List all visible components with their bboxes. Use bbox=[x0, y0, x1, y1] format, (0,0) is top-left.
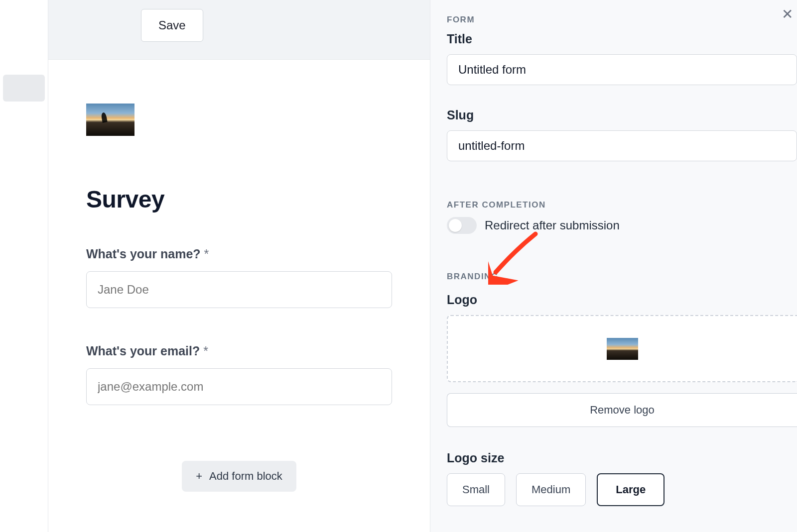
sidebar-nav-item[interactable] bbox=[3, 75, 45, 102]
editor-toolbar: Save bbox=[48, 0, 430, 60]
section-label-form: FORM bbox=[447, 15, 797, 25]
section-label-branding: BRANDING bbox=[447, 272, 797, 282]
name-input[interactable] bbox=[86, 271, 392, 308]
form-slug-input[interactable] bbox=[447, 130, 797, 161]
required-mark: * bbox=[204, 247, 209, 261]
toggle-knob bbox=[449, 219, 462, 232]
redirect-toggle[interactable] bbox=[447, 217, 477, 234]
plus-icon: + bbox=[196, 470, 202, 483]
branding-section: BRANDING Logo Remove logo Logo size Smal… bbox=[447, 272, 797, 506]
form-title-input[interactable] bbox=[447, 54, 797, 85]
left-sidebar bbox=[0, 0, 48, 532]
logo-dropzone[interactable] bbox=[447, 315, 797, 382]
form-settings-section: FORM Title Slug bbox=[447, 15, 797, 184]
slug-field-label: Slug bbox=[447, 108, 797, 122]
logo-field-label: Logo bbox=[447, 293, 797, 307]
logo-size-label: Logo size bbox=[447, 451, 797, 465]
remove-logo-button[interactable]: Remove logo bbox=[447, 393, 797, 427]
section-label-after-completion: AFTER COMPLETION bbox=[447, 200, 797, 210]
form-editor-main: Save Survey What's your name? * What's y… bbox=[48, 0, 430, 532]
form-canvas: Survey What's your name? * What's your e… bbox=[48, 60, 430, 492]
after-completion-section: AFTER COMPLETION Redirect after submissi… bbox=[447, 200, 797, 234]
form-field-block[interactable]: What's your email? * bbox=[86, 344, 392, 441]
form-field-block[interactable]: What's your name? * bbox=[86, 247, 392, 344]
close-icon[interactable]: ✕ bbox=[782, 6, 793, 22]
logo-size-medium[interactable]: Medium bbox=[516, 473, 586, 506]
add-block-row: + Add form block bbox=[86, 461, 392, 492]
settings-side-panel: ✕ FORM Title Slug AFTER COMPLETION Redir… bbox=[430, 0, 797, 532]
email-input[interactable] bbox=[86, 368, 392, 405]
logo-size-small[interactable]: Small bbox=[447, 473, 505, 506]
form-title[interactable]: Survey bbox=[86, 186, 392, 213]
logo-thumbnail bbox=[607, 338, 638, 360]
field-label: What's your email? * bbox=[86, 344, 392, 358]
logo-size-options: Small Medium Large bbox=[447, 473, 797, 506]
redirect-toggle-label: Redirect after submission bbox=[485, 218, 620, 232]
add-block-label: Add form block bbox=[209, 470, 282, 483]
logo-size-large[interactable]: Large bbox=[597, 473, 664, 506]
title-field-label: Title bbox=[447, 32, 797, 46]
add-form-block-button[interactable]: + Add form block bbox=[182, 461, 296, 492]
form-logo-preview[interactable] bbox=[86, 104, 134, 136]
save-button[interactable]: Save bbox=[141, 9, 203, 42]
field-label: What's your name? * bbox=[86, 247, 392, 261]
required-mark: * bbox=[203, 344, 208, 358]
